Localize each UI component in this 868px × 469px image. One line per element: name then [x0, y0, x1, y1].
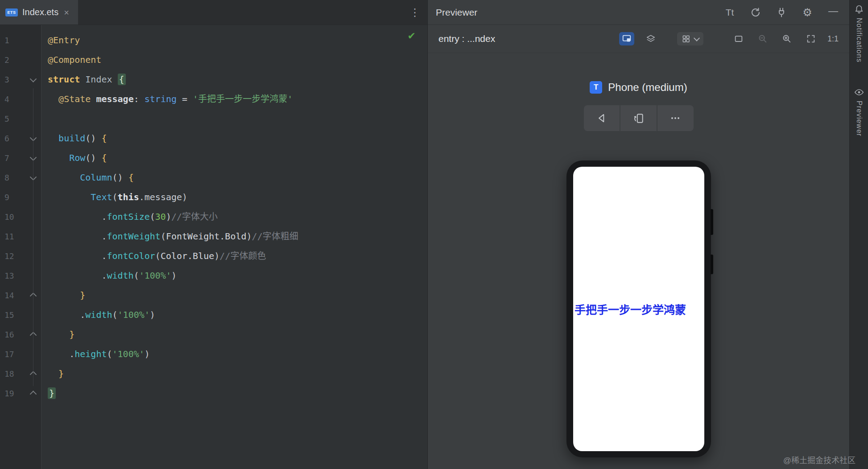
code-text[interactable]: }	[41, 364, 427, 383]
line-number: 9	[0, 193, 25, 202]
code-text[interactable]: .width('100%')	[41, 266, 427, 285]
code-line[interactable]: 9 Text(this.message)	[0, 187, 427, 207]
editor-pane: ETS Index.ets × ⋮ 1@Entry2@Component3str…	[0, 0, 427, 469]
previewer-toolbar: entry : ...ndex	[428, 25, 849, 53]
font-settings-icon[interactable]: Tt	[723, 6, 736, 19]
code-line[interactable]: 7 Row() {	[0, 148, 427, 168]
device-name-label: Phone (medium)	[608, 81, 687, 94]
previewer-header: Previewer Tt ⚙ —	[428, 0, 849, 25]
watermark: @稀土掘金技术社区	[783, 454, 856, 465]
code-line[interactable]: 2@Component	[0, 50, 427, 70]
tab-index-ets[interactable]: ETS Index.ets ×	[0, 0, 78, 25]
previewer-header-icons: Tt ⚙ —	[723, 6, 839, 19]
more-options-button[interactable]	[657, 105, 694, 131]
phone-volume-button	[711, 209, 713, 235]
code-line[interactable]: 5	[0, 109, 427, 128]
line-number: 1	[0, 36, 25, 45]
line-number: 17	[0, 350, 25, 359]
code-line[interactable]: 14 }	[0, 285, 427, 305]
sidebar-item-previewer[interactable]: Previewer	[854, 87, 864, 136]
settings-gear-icon[interactable]: ⚙	[801, 6, 814, 19]
code-text[interactable]: .height('100%')	[41, 344, 427, 364]
code-text[interactable]: @Component	[41, 50, 427, 70]
back-button[interactable]	[584, 105, 620, 131]
ide-window: ETS Index.ets × ⋮ 1@Entry2@Component3str…	[0, 0, 868, 469]
zoom-in-icon[interactable]	[779, 32, 794, 45]
code-line[interactable]: 12 .fontColor(Color.Blue)//字体颜色	[0, 246, 427, 266]
minimize-panel-icon[interactable]: —	[827, 5, 839, 17]
code-line[interactable]: 8 Column() {	[0, 168, 427, 187]
code-text[interactable]: }	[41, 325, 427, 344]
line-number: 19	[0, 389, 25, 398]
phone-power-button	[711, 255, 713, 274]
code-text[interactable]: .width('100%')	[41, 305, 427, 325]
code-text[interactable]: }	[41, 383, 427, 403]
inspection-ok-icon: ✔	[408, 30, 416, 42]
zoom-out-icon[interactable]	[755, 32, 770, 45]
code-text[interactable]: @Entry	[41, 30, 427, 50]
refresh-icon[interactable]	[749, 6, 762, 19]
code-line[interactable]: 1@Entry	[0, 30, 427, 50]
code-text[interactable]: struct Index {	[41, 70, 427, 89]
code-line[interactable]: 15 .width('100%')	[0, 305, 427, 325]
line-number: 14	[0, 291, 25, 300]
editor-tab-bar: ETS Index.ets × ⋮	[0, 0, 427, 25]
device-controls	[584, 105, 694, 131]
zoom-ratio-label[interactable]: 1:1	[827, 34, 839, 44]
line-number: 3	[0, 75, 25, 84]
rotate-device-icon	[633, 112, 645, 124]
line-number: 4	[0, 95, 25, 104]
previewer-title: Previewer	[436, 7, 477, 18]
code-text[interactable]: @State message: string = '手把手一步一步学鸿蒙'	[41, 89, 427, 109]
back-triangle-icon	[596, 112, 608, 124]
editor-options-icon[interactable]: ⋮	[409, 6, 420, 19]
previewer-strip-label: Previewer	[855, 101, 863, 136]
bell-icon	[854, 4, 864, 14]
code-text[interactable]: }	[41, 285, 427, 305]
code-line[interactable]: 10 .fontSize(30)//字体大小	[0, 207, 427, 226]
code-line[interactable]: 11 .fontWeight(FontWeight.Bold)//字体粗细	[0, 226, 427, 246]
inspect-mode-icon[interactable]	[619, 32, 634, 45]
code-line[interactable]: 17 .height('100%')	[0, 344, 427, 364]
phone-screen-text: 手把手一步一步学鸿蒙	[575, 301, 686, 317]
right-tool-strip: Notifications Previewer	[849, 0, 868, 469]
line-number: 15	[0, 310, 25, 320]
fit-to-window-icon[interactable]	[803, 32, 818, 45]
code-text[interactable]: build() {	[41, 128, 427, 148]
ets-file-icon: ETS	[5, 8, 18, 16]
code-text[interactable]: .fontColor(Color.Blue)//字体颜色	[41, 246, 427, 266]
layers-icon[interactable]	[643, 32, 658, 45]
code-text[interactable]: Column() {	[41, 168, 427, 187]
code-line[interactable]: 18 }	[0, 364, 427, 383]
chevron-down-icon	[694, 35, 700, 41]
line-number: 16	[0, 330, 25, 339]
tab-label: Index.ets	[22, 7, 58, 17]
line-number: 12	[0, 251, 25, 261]
line-number: 18	[0, 369, 25, 378]
code-line[interactable]: 16 }	[0, 325, 427, 344]
grid-icon	[682, 34, 690, 43]
close-tab-icon[interactable]: ×	[63, 7, 70, 18]
view-mode-dropdown[interactable]	[677, 32, 703, 45]
fold-down-icon[interactable]	[25, 77, 41, 82]
line-number: 6	[0, 134, 25, 143]
plugin-icon[interactable]	[775, 6, 788, 19]
code-line[interactable]: 6 build() {	[0, 128, 427, 148]
ellipsis-icon	[670, 112, 681, 124]
frame-bounds-icon[interactable]	[731, 32, 746, 45]
sidebar-item-notifications[interactable]: Notifications	[854, 4, 864, 62]
code-line[interactable]: 4 @State message: string = '手把手一步一步学鸿蒙'	[0, 89, 427, 109]
code-text[interactable]: .fontWeight(FontWeight.Bold)//字体粗细	[41, 226, 427, 246]
phone-mockup: 手把手一步一步学鸿蒙	[566, 160, 711, 457]
component-type-icon: T	[590, 81, 602, 94]
code-text[interactable]: .fontSize(30)//字体大小	[41, 207, 427, 226]
fold-up-icon[interactable]	[25, 391, 41, 396]
code-line[interactable]: 3struct Index {	[0, 70, 427, 89]
code-editor[interactable]: 1@Entry2@Component3struct Index {4 @Stat…	[0, 25, 427, 469]
code-text[interactable]: Text(this.message)	[41, 187, 427, 207]
line-number: 11	[0, 232, 25, 241]
rotate-device-button[interactable]	[620, 105, 657, 131]
code-line[interactable]: 13 .width('100%')	[0, 266, 427, 285]
code-line[interactable]: 19}	[0, 383, 427, 403]
code-text[interactable]: Row() {	[41, 148, 427, 168]
